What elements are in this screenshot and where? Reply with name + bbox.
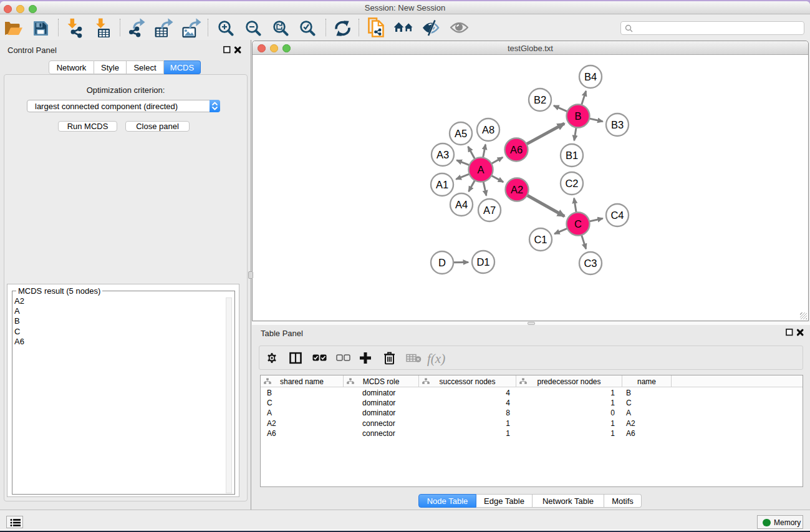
svg-text:B3: B3	[611, 119, 624, 130]
svg-text:B: B	[574, 110, 581, 122]
svg-text:A5: A5	[455, 128, 467, 139]
svg-text:A3: A3	[436, 149, 449, 160]
svg-text:D1: D1	[476, 256, 489, 268]
svg-text:A8: A8	[482, 124, 494, 135]
svg-text:B1: B1	[566, 150, 578, 161]
svg-text:C: C	[574, 218, 582, 230]
svg-text:A6: A6	[510, 144, 523, 155]
svg-text:A1: A1	[436, 179, 448, 190]
svg-text:C3: C3	[584, 258, 597, 269]
svg-text:A7: A7	[483, 205, 496, 216]
svg-text:A4: A4	[455, 199, 468, 210]
svg-text:C1: C1	[534, 234, 547, 245]
svg-text:C2: C2	[565, 178, 578, 189]
svg-text:D: D	[438, 257, 446, 268]
svg-text:B4: B4	[584, 71, 597, 82]
svg-text:A: A	[477, 164, 484, 175]
svg-text:C4: C4	[610, 210, 624, 221]
svg-text:B2: B2	[534, 94, 546, 105]
svg-text:A2: A2	[511, 184, 523, 195]
